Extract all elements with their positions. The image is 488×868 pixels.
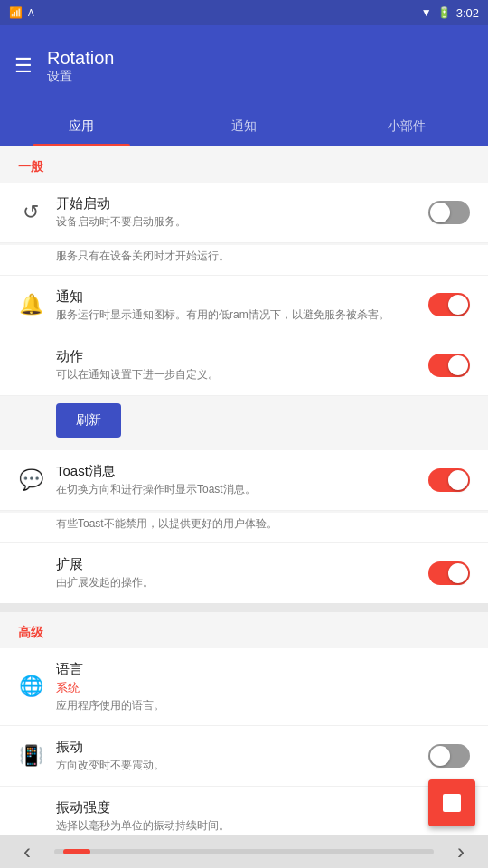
setting-item-action: 动作 可以在通知设置下进一步自定义。 — [0, 335, 488, 396]
setting-item-notification: 🔔 通知 服务运行时显示通知图标。有用的低ram情况下，以避免服务被杀害。 — [0, 276, 488, 336]
advanced-section: 高级 🌐 语言 系统 应用程序使用的语言。 📳 振动 方向改变时不要震动。 振动… — [0, 612, 488, 835]
back-arrow[interactable]: ‹ — [13, 839, 42, 864]
scroll-thumb — [63, 849, 90, 854]
setting-item-vibrate-strength[interactable]: 振动强度 选择以毫秒为单位的振动持续时间。 — [0, 787, 488, 835]
expand-text: 扩展 由扩展发起的操作。 — [56, 556, 416, 590]
notification-bell-icon: 🔔 — [18, 293, 43, 316]
setting-item-language[interactable]: 🌐 语言 系统 应用程序使用的语言。 — [0, 648, 488, 727]
bottom-nav: ‹ › — [0, 835, 488, 868]
boot-desc2: 服务只有在设备关闭时才开始运行。 — [0, 245, 488, 276]
setting-item-expand: 扩展 由扩展发起的操作。 — [0, 543, 488, 603]
advanced-section-header: 高级 — [0, 612, 488, 648]
notification-icon: A — [28, 8, 34, 18]
toast-desc2: 有些Toast不能禁用，以提供更好的用户体验。 — [0, 513, 488, 543]
tab-widget[interactable]: 小部件 — [325, 107, 488, 146]
action-toggle[interactable] — [428, 354, 470, 377]
tab-notification[interactable]: 通知 — [163, 107, 325, 146]
notification-text: 通知 服务运行时显示通知图标。有用的低ram情况下，以避免服务被杀害。 — [56, 288, 416, 323]
language-text: 语言 系统 应用程序使用的语言。 — [56, 661, 470, 713]
app-bar-subtitle: 设置 — [47, 69, 115, 85]
status-bar: 📶 A ▼ 🔋 3:02 — [0, 0, 488, 25]
vibrate-icon: 📳 — [18, 744, 43, 768]
signal-icon: 📶 — [9, 6, 23, 19]
setting-item-toast: 💬 Toast消息 在切换方向和进行操作时显示Toast消息。 — [0, 450, 488, 511]
scroll-indicator — [54, 849, 434, 854]
battery-icon: 🔋 — [437, 6, 451, 19]
toast-icon: 💬 — [18, 468, 43, 492]
setting-item-boot: ↺ 开始启动 设备启动时不要启动服务。 — [0, 183, 488, 243]
notification-toggle[interactable] — [428, 293, 470, 316]
tab-bar: 应用 通知 小部件 — [0, 107, 488, 146]
tab-app[interactable]: 应用 — [0, 107, 163, 146]
fab-icon — [443, 794, 461, 812]
status-bar-left: 📶 A — [9, 6, 34, 19]
fab-button[interactable] — [428, 779, 475, 826]
toast-toggle[interactable] — [428, 468, 470, 492]
toast-text: Toast消息 在切换方向和进行操作时显示Toast消息。 — [56, 463, 416, 497]
time-display: 3:02 — [456, 6, 479, 20]
expand-toggle[interactable] — [428, 561, 470, 585]
app-bar: ☰ Rotation 设置 — [0, 25, 488, 107]
boot-toggle[interactable] — [428, 201, 470, 224]
wifi-icon: ▼ — [421, 6, 432, 19]
setting-item-vibrate: 📳 振动 方向改变时不要震动。 — [0, 726, 488, 787]
vibrate-toggle[interactable] — [428, 744, 470, 768]
general-section-header: 一般 — [0, 146, 488, 183]
boot-icon: ↺ — [18, 201, 43, 224]
vibrate-text: 振动 方向改变时不要震动。 — [56, 739, 416, 773]
app-bar-title: Rotation — [47, 48, 115, 69]
action-text: 动作 可以在通知设置下进一步自定义。 — [56, 348, 416, 382]
status-bar-right: ▼ 🔋 3:02 — [421, 6, 479, 20]
general-section: 一般 ↺ 开始启动 设备启动时不要启动服务。 服务只有在设备关闭时才开始运行。 … — [0, 146, 488, 603]
forward-arrow[interactable]: › — [446, 839, 475, 864]
vibrate-strength-text: 振动强度 选择以毫秒为单位的振动持续时间。 — [56, 799, 470, 834]
content-area: 一般 ↺ 开始启动 设备启动时不要启动服务。 服务只有在设备关闭时才开始运行。 … — [0, 146, 488, 835]
hamburger-icon[interactable]: ☰ — [14, 54, 33, 78]
language-icon: 🌐 — [18, 675, 43, 698]
app-bar-title-area: Rotation 设置 — [47, 48, 115, 85]
refresh-button[interactable]: 刷新 — [56, 403, 121, 438]
boot-text: 开始启动 设备启动时不要启动服务。 — [56, 195, 416, 230]
